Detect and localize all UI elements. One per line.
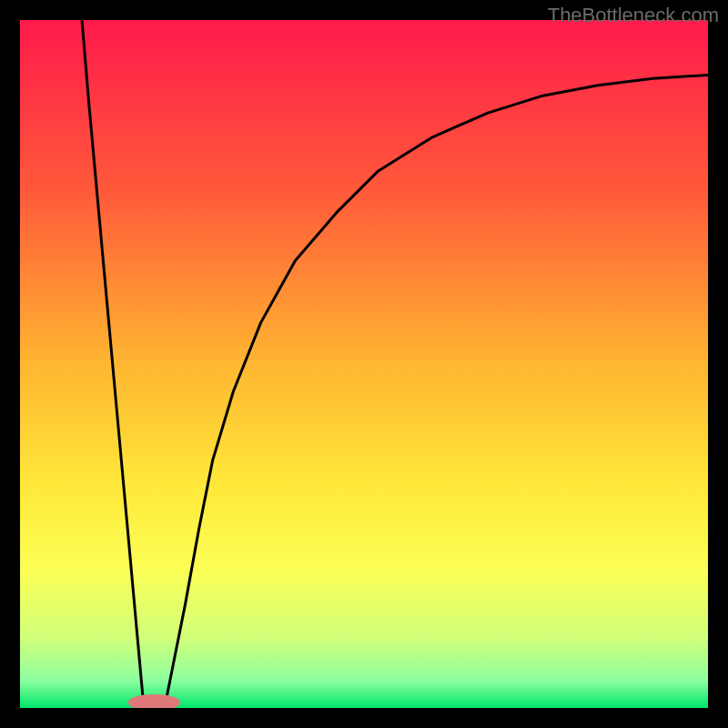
chart-svg — [20, 20, 708, 708]
plot-area — [20, 20, 708, 708]
gradient-background — [20, 20, 708, 708]
chart-frame: TheBottleneck.com — [0, 0, 728, 728]
watermark-text: TheBottleneck.com — [548, 4, 719, 27]
